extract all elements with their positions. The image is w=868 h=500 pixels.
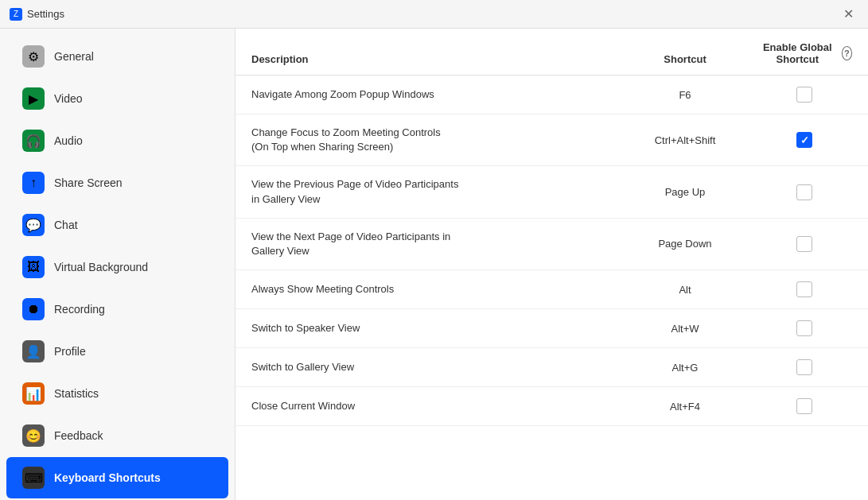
- sidebar: ⚙General▶Video🎧Audio↑Share Screen💬Chat🖼V…: [0, 29, 235, 500]
- sidebar-item-recording[interactable]: ⏺Recording: [6, 289, 228, 330]
- desc-switch-gallery-view: Switch to Gallery View: [251, 360, 613, 374]
- desc-close-current-window: Close Current Window: [251, 399, 613, 413]
- row-view-previous-page: View the Previous Page of Video Particip…: [235, 166, 868, 218]
- title-bar: Z Settings ✕: [0, 0, 868, 29]
- shortcut-switch-gallery-view: Alt+G: [613, 362, 757, 374]
- close-button[interactable]: ✕: [839, 5, 858, 23]
- audio-icon: 🎧: [22, 130, 45, 152]
- checkbox-container-always-show-meeting: [757, 281, 852, 297]
- checkbox-view-next-page[interactable]: [796, 236, 812, 252]
- general-label: General: [54, 50, 94, 63]
- header-shortcut: Shortcut: [613, 53, 757, 65]
- content-area: Description Shortcut Enable Global Short…: [235, 29, 868, 500]
- desc-switch-speaker-view: Switch to Speaker View: [251, 321, 613, 335]
- header-description: Description: [251, 53, 613, 65]
- chat-icon: 💬: [22, 214, 45, 236]
- row-change-focus-meeting: Change Focus to Zoom Meeting Controls (O…: [235, 114, 868, 166]
- row-always-show-meeting: Always Show Meeting ControlsAlt: [235, 270, 868, 309]
- virtual-background-icon: 🖼: [22, 256, 45, 278]
- sidebar-item-share-screen[interactable]: ↑Share Screen: [6, 162, 228, 203]
- checkbox-container-navigate-zoom-popup: [757, 87, 852, 103]
- statistics-icon: 📊: [22, 382, 45, 405]
- shortcut-view-previous-page: Page Up: [613, 186, 757, 198]
- feedback-label: Feedback: [54, 429, 103, 442]
- feedback-icon: 😊: [22, 424, 45, 447]
- checkbox-container-switch-gallery-view: [757, 359, 852, 375]
- shortcut-change-focus-meeting: Ctrl+Alt+Shift: [613, 134, 757, 146]
- sidebar-item-audio[interactable]: 🎧Audio: [6, 120, 228, 161]
- help-icon[interactable]: ?: [842, 46, 852, 60]
- checkbox-container-view-next-page: [757, 236, 852, 252]
- sidebar-item-profile[interactable]: 👤Profile: [6, 331, 228, 372]
- sidebar-item-virtual-background[interactable]: 🖼Virtual Background: [6, 246, 228, 288]
- sidebar-item-keyboard-shortcuts[interactable]: ⌨Keyboard Shortcuts: [6, 457, 228, 498]
- profile-icon: 👤: [22, 340, 45, 362]
- shortcut-always-show-meeting: Alt: [613, 284, 757, 296]
- video-label: Video: [54, 92, 83, 105]
- recording-label: Recording: [54, 303, 105, 316]
- shortcuts-table-container: Description Shortcut Enable Global Short…: [235, 29, 868, 500]
- share-screen-icon: ↑: [22, 172, 45, 194]
- recording-icon: ⏺: [22, 298, 45, 320]
- header-global: Enable Global Shortcut ?: [757, 41, 852, 65]
- virtual-background-label: Virtual Background: [54, 261, 148, 273]
- chat-label: Chat: [54, 219, 78, 231]
- shortcut-close-current-window: Alt+F4: [613, 401, 757, 413]
- desc-view-next-page: View the Next Page of Video Participants…: [251, 230, 613, 258]
- desc-always-show-meeting: Always Show Meeting Controls: [251, 282, 613, 297]
- row-switch-speaker-view: Switch to Speaker ViewAlt+W: [235, 309, 868, 348]
- checkbox-close-current-window[interactable]: [796, 398, 812, 414]
- profile-label: Profile: [54, 345, 86, 358]
- sidebar-item-video[interactable]: ▶Video: [6, 78, 228, 119]
- audio-label: Audio: [54, 134, 83, 147]
- shortcut-switch-speaker-view: Alt+W: [613, 323, 757, 335]
- sidebar-item-feedback[interactable]: 😊Feedback: [6, 415, 228, 456]
- sidebar-item-chat[interactable]: 💬Chat: [6, 204, 228, 246]
- checkbox-switch-gallery-view[interactable]: [796, 359, 812, 375]
- statistics-label: Statistics: [54, 387, 99, 400]
- main-content: ⚙General▶Video🎧Audio↑Share Screen💬Chat🖼V…: [0, 29, 868, 500]
- checkbox-always-show-meeting[interactable]: [796, 281, 812, 297]
- title-bar-left: Z Settings: [10, 8, 64, 21]
- row-switch-gallery-view: Switch to Gallery ViewAlt+G: [235, 348, 868, 387]
- row-close-current-window: Close Current WindowAlt+F4: [235, 387, 868, 426]
- checkbox-container-change-focus-meeting: [757, 132, 852, 148]
- table-header: Description Shortcut Enable Global Short…: [235, 29, 868, 76]
- shortcut-view-next-page: Page Down: [613, 238, 757, 250]
- checkbox-switch-speaker-view[interactable]: [796, 320, 812, 336]
- checkbox-container-switch-speaker-view: [757, 320, 852, 336]
- share-screen-label: Share Screen: [54, 176, 123, 189]
- row-view-next-page: View the Next Page of Video Participants…: [235, 219, 868, 270]
- general-icon: ⚙: [22, 45, 45, 68]
- checkbox-navigate-zoom-popup[interactable]: [796, 87, 812, 103]
- row-navigate-zoom-popup: Navigate Among Zoom Popup WindowsF6: [235, 76, 868, 114]
- desc-view-previous-page: View the Previous Page of Video Particip…: [251, 177, 613, 206]
- window-title: Settings: [27, 8, 64, 20]
- sidebar-item-general[interactable]: ⚙General: [6, 36, 228, 77]
- checkbox-container-close-current-window: [757, 398, 852, 414]
- desc-navigate-zoom-popup: Navigate Among Zoom Popup Windows: [251, 87, 613, 102]
- app-icon: Z: [10, 8, 22, 21]
- desc-change-focus-meeting: Change Focus to Zoom Meeting Controls (O…: [251, 126, 613, 154]
- checkbox-container-view-previous-page: [757, 184, 852, 200]
- video-icon: ▶: [22, 87, 45, 110]
- rows-container: Navigate Among Zoom Popup WindowsF6Chang…: [235, 76, 868, 426]
- keyboard-shortcuts-label: Keyboard Shortcuts: [54, 471, 161, 484]
- checkbox-change-focus-meeting[interactable]: [796, 132, 812, 148]
- shortcut-navigate-zoom-popup: F6: [613, 89, 757, 101]
- checkbox-view-previous-page[interactable]: [796, 184, 812, 200]
- keyboard-shortcuts-icon: ⌨: [22, 467, 45, 489]
- sidebar-item-statistics[interactable]: 📊Statistics: [6, 373, 228, 414]
